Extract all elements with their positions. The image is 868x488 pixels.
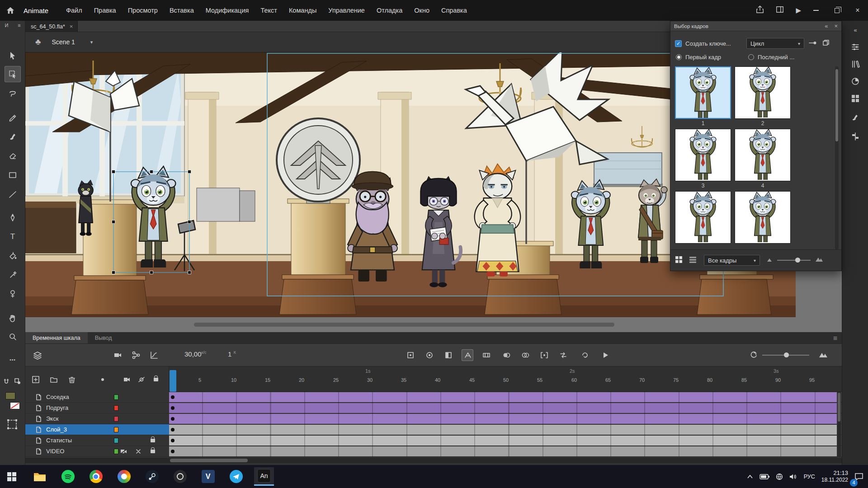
layer-row[interactable]: VIDEO: [25, 446, 169, 457]
close-button[interactable]: ×: [847, 0, 868, 21]
line-tool[interactable]: [5, 186, 21, 202]
share-icon[interactable]: [756, 5, 764, 15]
reset-timeline-zoom-icon[interactable]: [748, 349, 760, 361]
tray-clock[interactable]: 21:13 18.11.2022: [821, 469, 848, 483]
eyedropper-tool[interactable]: [5, 267, 21, 283]
tab-timeline[interactable]: Временная шкала: [25, 332, 88, 343]
snap-to-objects-icon[interactable]: [4, 378, 11, 387]
camera-icon[interactable]: [112, 349, 124, 361]
layer-row-selected[interactable]: Слой_3: [25, 424, 169, 435]
insert-keyframe-icon[interactable]: [424, 349, 435, 361]
tools-menu-icon[interactable]: ≡: [18, 23, 20, 28]
framerate-value[interactable]: 30,00к/с: [184, 350, 207, 358]
timeline-hscrollbar[interactable]: [25, 458, 842, 463]
loop-playback-icon[interactable]: [579, 349, 591, 361]
layer-hidden-icon[interactable]: [133, 449, 144, 454]
quick-share-play-icon[interactable]: ▶: [796, 6, 801, 14]
frame-thumbnail[interactable]: 3: [675, 129, 731, 189]
eraser-tool[interactable]: [5, 147, 21, 164]
more-tools-icon[interactable]: •••: [5, 352, 21, 368]
frame-thumbnail[interactable]: [675, 191, 731, 245]
menu-insert[interactable]: Вставка: [164, 0, 200, 21]
loop-mode-dropdown[interactable]: Цикл ▾: [746, 38, 804, 49]
frame-span[interactable]: [169, 392, 837, 402]
zoom-tool[interactable]: [5, 328, 21, 345]
free-transform-tool[interactable]: [5, 66, 21, 82]
colorful-ring-app-icon[interactable]: [114, 467, 134, 486]
graph-editor-icon[interactable]: [148, 349, 160, 361]
canvas-hscrollbar[interactable]: [194, 323, 614, 327]
frame-thumbnail[interactable]: 2: [735, 66, 791, 127]
brushes-panel-icon[interactable]: [850, 112, 861, 123]
timeline-ruler[interactable]: 1s 2s 3s 5 10 15 20 25 30 35 40 45 50 55…: [25, 366, 842, 392]
animate-app-icon[interactable]: An: [254, 467, 274, 486]
paint-bucket-tool[interactable]: [5, 248, 21, 264]
frame-thumbnail[interactable]: [735, 191, 791, 245]
swatches-panel-icon[interactable]: [850, 93, 861, 104]
panel-close-icon[interactable]: ×: [834, 23, 838, 29]
rectangle-tool[interactable]: [5, 167, 21, 183]
menu-text[interactable]: Текст: [255, 0, 283, 21]
timeline-vscrollbar[interactable]: [837, 392, 841, 457]
menu-modify[interactable]: Модификация: [200, 0, 255, 21]
scene-name[interactable]: Scene 1: [52, 38, 75, 46]
brush-tool[interactable]: [5, 128, 21, 145]
delete-layer-button[interactable]: [67, 375, 77, 385]
menu-commands[interactable]: Команды: [283, 0, 322, 21]
v-app-icon[interactable]: V: [198, 467, 218, 486]
frame-span[interactable]: [169, 403, 837, 413]
menu-edit[interactable]: Правка: [88, 0, 122, 21]
panel-scrollbar[interactable]: [835, 66, 839, 249]
layers-panel-icon[interactable]: [32, 349, 43, 361]
frame-thumbnail[interactable]: 4: [735, 129, 791, 189]
home-icon[interactable]: [0, 6, 21, 14]
menu-help[interactable]: Справка: [435, 0, 473, 21]
playhead[interactable]: [170, 370, 176, 392]
scene-dropdown-icon[interactable]: ▾: [90, 39, 93, 45]
dark-circle-app-icon[interactable]: [170, 467, 190, 486]
play-button[interactable]: [599, 349, 611, 361]
frame-span-icon[interactable]: [481, 349, 492, 361]
marquee-options-icon[interactable]: [6, 418, 18, 432]
menu-file[interactable]: Файл: [60, 0, 88, 21]
create-keyframe-checkbox[interactable]: ✓: [675, 40, 682, 47]
language-indicator[interactable]: РУС: [804, 474, 815, 480]
layer-lock-icon[interactable]: [147, 439, 158, 442]
workspace-icon[interactable]: [776, 5, 784, 15]
minimize-button[interactable]: [806, 0, 826, 21]
collapse-panels-icon[interactable]: «: [850, 24, 861, 35]
camera-column-icon[interactable]: [122, 375, 132, 385]
document-tab[interactable]: sc_64_50.fla* ×: [25, 21, 78, 32]
frame-span[interactable]: [169, 414, 837, 424]
visibility-column-icon[interactable]: [137, 375, 146, 385]
layer-color-chip[interactable]: [114, 394, 118, 400]
volume-icon[interactable]: [789, 474, 797, 480]
parenting-view-icon[interactable]: [130, 349, 142, 361]
auto-keyframe-toggle[interactable]: [462, 349, 473, 361]
remove-frame-icon[interactable]: [405, 349, 416, 361]
pin-range-icon[interactable]: [809, 40, 817, 47]
object-drawing-icon[interactable]: [14, 378, 21, 387]
timeline-zoom-slider[interactable]: [762, 355, 809, 356]
layer-lock-icon[interactable]: [147, 450, 158, 453]
timeline-menu-icon[interactable]: ≡: [833, 334, 837, 343]
new-layer-button[interactable]: [31, 375, 41, 385]
tray-chevron-icon[interactable]: [747, 474, 753, 479]
menu-window[interactable]: Окно: [408, 0, 435, 21]
layer-color-chip[interactable]: [114, 438, 118, 443]
onion-skin-icon[interactable]: [500, 349, 512, 361]
grid-view-icon[interactable]: [675, 256, 683, 265]
start-button[interactable]: [2, 467, 22, 486]
menu-view[interactable]: Просмотр: [122, 0, 164, 21]
restore-button[interactable]: [826, 0, 847, 21]
pencil-tool[interactable]: [5, 109, 21, 125]
symbol-icon[interactable]: ♣: [35, 37, 41, 47]
layer-row[interactable]: Подруга: [25, 403, 169, 413]
all-frames-dropdown[interactable]: Все кадры ▾: [704, 255, 760, 266]
menu-control[interactable]: Управление: [322, 0, 371, 21]
layer-color-chip[interactable]: [114, 427, 118, 432]
lock-column-icon[interactable]: [151, 375, 161, 385]
menu-debug[interactable]: Отладка: [371, 0, 408, 21]
tab-output[interactable]: Вывод: [88, 332, 119, 343]
chrome-icon[interactable]: [86, 467, 106, 486]
